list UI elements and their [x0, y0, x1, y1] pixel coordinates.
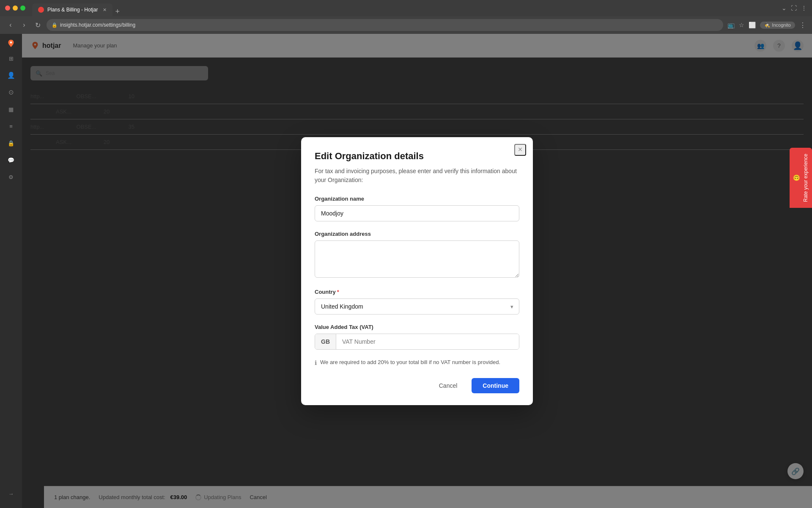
- country-label: Country*: [315, 289, 519, 295]
- browser-chrome: Plans & Billing - Hotjar ✕ + ⌄ ⛶ ⋮ ‹ › ↻…: [0, 0, 812, 34]
- sidebar-item-recordings[interactable]: ⊙: [3, 85, 19, 100]
- lock-icon: 🔒: [52, 22, 58, 28]
- sidebar-item-dashboard[interactable]: ⊞: [3, 51, 19, 66]
- country-select[interactable]: United Kingdom United States Germany Fra…: [315, 298, 519, 315]
- modal-subtitle: For tax and invoicing purposes, please e…: [315, 167, 519, 185]
- recordings-icon: ⊙: [8, 88, 14, 96]
- browser-menu-icon[interactable]: ⋮: [799, 21, 806, 29]
- forward-button[interactable]: ›: [19, 21, 29, 29]
- heatmaps-icon: ▦: [8, 106, 14, 113]
- sidebar-item-heatmaps[interactable]: ▦: [3, 102, 19, 117]
- incognito-icon: 🕵: [764, 22, 770, 28]
- svg-point-0: [10, 41, 12, 44]
- new-tab-button[interactable]: +: [115, 7, 120, 16]
- incognito-label: Incognito: [772, 22, 791, 28]
- vat-group: Value Added Tax (VAT) GB: [315, 324, 519, 350]
- country-select-wrapper: United Kingdom United States Germany Fra…: [315, 298, 519, 315]
- rate-experience-sidebar[interactable]: 😊 Rate your experience: [790, 148, 812, 208]
- expand-icon: →: [8, 491, 14, 497]
- vat-notice: ℹ We are required to add 20% to your tot…: [315, 359, 519, 366]
- modal-close-button[interactable]: ×: [514, 144, 526, 156]
- vat-input-wrapper: GB: [315, 334, 519, 350]
- sidebar-item-users[interactable]: 👤: [3, 68, 19, 83]
- window-menu-icon[interactable]: ⋮: [801, 5, 807, 11]
- modal-overlay: × Edit Organization details For tax and …: [22, 34, 812, 508]
- active-tab[interactable]: Plans & Billing - Hotjar ✕: [32, 3, 112, 16]
- continue-button[interactable]: Continue: [472, 378, 519, 393]
- browser-titlebar: Plans & Billing - Hotjar ✕ + ⌄ ⛶ ⋮: [0, 0, 812, 16]
- sidebar-item-expand[interactable]: →: [3, 486, 19, 501]
- window-fullscreen-icon[interactable]: ⛶: [791, 5, 797, 11]
- edit-org-modal: × Edit Organization details For tax and …: [301, 137, 533, 405]
- minimize-traffic-light[interactable]: [13, 6, 18, 11]
- window-minimize-icon[interactable]: ⌄: [782, 5, 787, 11]
- address-text: insights.hotjar.com/settings/billing: [60, 22, 135, 28]
- reload-button[interactable]: ↻: [33, 21, 42, 29]
- vat-number-input[interactable]: [336, 334, 519, 349]
- country-required: *: [337, 289, 339, 295]
- app-background: ⊞ 👤 ⊙ ▦ ≡ 🔒 💬 ⚙: [0, 34, 812, 508]
- org-address-textarea[interactable]: [315, 240, 519, 278]
- bookmark-icon[interactable]: ☆: [739, 22, 744, 28]
- sidebar-item-feedback[interactable]: 💬: [3, 152, 19, 168]
- sidebar-item-integrations[interactable]: ⚙: [3, 169, 19, 185]
- org-name-group: Organization name: [315, 196, 519, 221]
- cast-icon[interactable]: 📺: [727, 22, 735, 28]
- extensions-icon[interactable]: ⬜: [749, 22, 756, 28]
- nav-icons-right: 📺 ☆ ⬜ 🕵 Incognito ⋮: [727, 21, 806, 29]
- hotjar-logo: [6, 39, 16, 48]
- sidebar-item-security[interactable]: 🔒: [3, 135, 19, 151]
- main-content: hotjar Manage your plan 👥 ? 👤 🔍 Sea: [22, 34, 812, 508]
- vat-notice-text: We are required to add 20% to your total…: [320, 359, 500, 365]
- incognito-badge: 🕵 Incognito: [760, 22, 795, 29]
- org-address-label: Organization address: [315, 231, 519, 237]
- vat-prefix: GB: [315, 334, 336, 349]
- hotjar-logo-icon: [6, 39, 16, 48]
- org-name-label: Organization name: [315, 196, 519, 202]
- tab-title: Plans & Billing - Hotjar: [47, 7, 98, 13]
- sidebar-item-funnels[interactable]: ≡: [3, 119, 19, 134]
- close-icon: ×: [518, 145, 523, 154]
- rate-experience-text: Rate your experience: [803, 154, 809, 202]
- info-icon: ℹ: [315, 359, 317, 366]
- sidebar: ⊞ 👤 ⊙ ▦ ≡ 🔒 💬 ⚙: [0, 34, 22, 508]
- integrations-icon: ⚙: [8, 174, 14, 180]
- sidebar-bottom: →: [3, 486, 19, 508]
- close-traffic-light[interactable]: [5, 6, 10, 11]
- maximize-traffic-light[interactable]: [20, 6, 25, 11]
- funnels-icon: ≡: [9, 123, 13, 130]
- tab-bar: Plans & Billing - Hotjar ✕ +: [32, 0, 753, 16]
- modal-title: Edit Organization details: [315, 151, 519, 162]
- lock-icon: 🔒: [8, 140, 14, 146]
- tab-close-button[interactable]: ✕: [103, 7, 107, 13]
- feedback-icon: 💬: [8, 157, 14, 163]
- address-bar[interactable]: 🔒 insights.hotjar.com/settings/billing: [47, 19, 723, 31]
- org-address-group: Organization address: [315, 231, 519, 279]
- users-icon: 👤: [7, 72, 15, 79]
- browser-nav: ‹ › ↻ 🔒 insights.hotjar.com/settings/bil…: [0, 16, 812, 34]
- vat-label: Value Added Tax (VAT): [315, 324, 519, 330]
- traffic-lights: [5, 6, 25, 11]
- back-button[interactable]: ‹: [6, 21, 15, 29]
- cancel-button[interactable]: Cancel: [430, 378, 467, 393]
- country-group: Country* United Kingdom United States Ge…: [315, 289, 519, 315]
- tab-favicon: [38, 7, 44, 13]
- dashboard-icon: ⊞: [9, 55, 14, 62]
- feedback-emoji-icon: 😊: [793, 174, 800, 181]
- modal-footer: Cancel Continue: [315, 378, 519, 393]
- sidebar-nav: ⊞ 👤 ⊙ ▦ ≡ 🔒 💬 ⚙: [0, 51, 22, 185]
- org-name-input[interactable]: [315, 205, 519, 221]
